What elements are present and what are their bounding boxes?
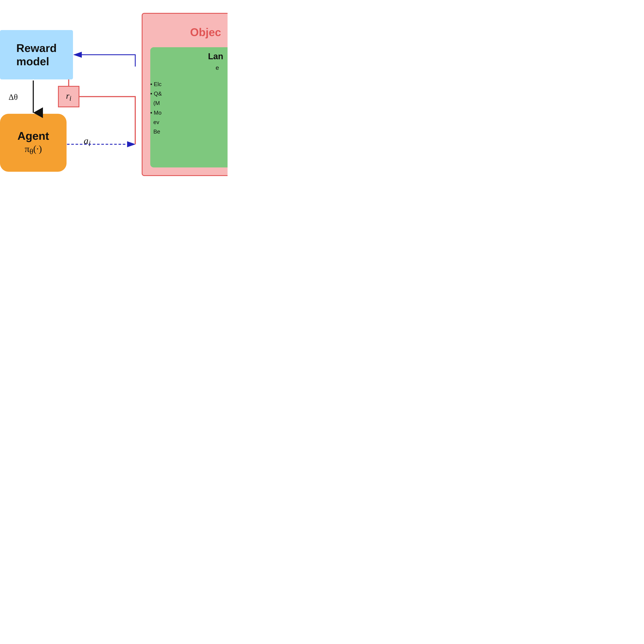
- delta-theta-label: Δθ: [9, 92, 18, 102]
- objective-label: Objec: [190, 26, 221, 39]
- agent-sublabel: πθ(·): [25, 143, 42, 156]
- agent-box: Agent πθ(·): [0, 114, 67, 172]
- bullet-item-6: Be: [150, 127, 223, 136]
- ai-label: ai: [84, 135, 91, 148]
- bullet-item-1: • Elc: [150, 79, 223, 89]
- language-sublabel: e: [216, 64, 219, 71]
- bullet-item-2: • Q&: [150, 89, 223, 98]
- feedback-arrow: [74, 55, 135, 67]
- reward-model-box: Rewardmodel: [0, 30, 73, 79]
- language-label: Lan: [208, 52, 223, 61]
- language-title: Lan: [208, 52, 223, 61]
- diagram-container: Objec Lan e • Elc • Q& (M • Mo ev Be Rew…: [0, 0, 228, 193]
- ri-label: ri: [66, 91, 71, 102]
- bullet-list: • Elc • Q& (M • Mo ev Be: [150, 79, 223, 136]
- bullet-item-3: (M: [150, 98, 223, 108]
- ri-box: ri: [58, 86, 79, 107]
- bullet-item-5: ev: [150, 117, 223, 127]
- agent-label: Agent: [17, 129, 49, 142]
- reward-model-label: Rewardmodel: [12, 39, 61, 70]
- bullet-item-4: • Mo: [150, 108, 223, 117]
